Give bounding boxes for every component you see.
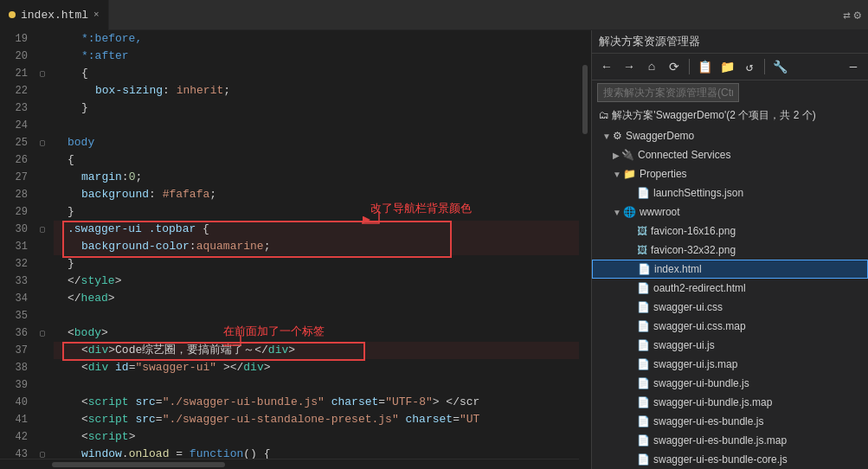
code-line-26: {: [54, 151, 579, 169]
code-line-25: body: [54, 134, 579, 151]
horizontal-scrollbar[interactable]: [0, 459, 579, 469]
tree-item-swaggerbundlemap[interactable]: 📄 swagger-ui-bundle.js.map: [592, 393, 868, 412]
back-button[interactable]: ←: [597, 57, 616, 76]
solution-explorer-panel: 解决方案资源管理器 ← → ⌂ ⟳ 📋 📁 ↺ 🔧 — 🗂 解决方案'Swagg…: [591, 30, 868, 469]
editor-vertical-scrollbar[interactable]: [579, 30, 591, 469]
code-line-24: [54, 117, 579, 134]
icon-swaggerjsmap: 📄: [637, 358, 650, 370]
icon-favicon32: 🖼: [637, 244, 647, 256]
label-favicon32: favicon-32x32.png: [651, 244, 736, 256]
fold-btn-30[interactable]: ▢: [40, 224, 45, 234]
code-line-39: [54, 376, 579, 394]
tab-actions: ⇄ ⚙: [843, 8, 868, 22]
label-swaggeres: swagger-ui-es-bundle.js: [653, 415, 763, 427]
icon-indexhtml: 📄: [638, 263, 651, 275]
search-input[interactable]: [597, 83, 739, 102]
tree-item-wwwroot[interactable]: ▼ 🌐 wwwroot: [592, 202, 868, 222]
code-line-43: window.onload = function() {: [54, 446, 579, 459]
fold-column: ▢ ▢ ▢ ▢: [35, 30, 50, 459]
settings-icon[interactable]: ⚙: [854, 8, 861, 22]
icon-swaggerbundle: 📄: [637, 377, 650, 389]
label-launchsettings: launchSettings.json: [653, 187, 743, 199]
code-line-38: <div id="swagger-ui" ></div>: [54, 359, 579, 376]
code-line-30: .swagger-ui .topbar {: [54, 221, 579, 238]
label-properties: Properties: [640, 168, 687, 180]
code-line-33: </style>: [54, 273, 579, 290]
label-swaggercssmap: swagger-ui.css.map: [653, 320, 746, 332]
code-line-20: *:after: [54, 48, 579, 65]
code-area: 1920212223 2425262728 2930313233 3435363…: [0, 30, 579, 459]
tree-item-favicon16[interactable]: 🖼 favicon-16x16.png: [592, 222, 868, 241]
tree-item-properties[interactable]: ▼ 📁 Properties: [592, 164, 868, 183]
panel-title: 解决方案资源管理器: [592, 30, 868, 54]
panel-title-text: 解决方案资源管理器: [599, 34, 700, 49]
forward-button[interactable]: →: [620, 57, 639, 76]
tree-item-swaggeresmap[interactable]: 📄 swagger-ui-es-bundle.js.map: [592, 431, 868, 450]
tree-item-swaggerjs[interactable]: 📄 swagger-ui.js: [592, 336, 868, 355]
tree-item-oauth2[interactable]: 📄 oauth2-redirect.html: [592, 279, 868, 298]
icon-swaggerjs: 📄: [637, 339, 650, 351]
split-editor-icon[interactable]: ⇄: [843, 8, 850, 22]
label-swaggerescore: swagger-ui-es-bundle-core.js: [653, 453, 788, 466]
fold-btn-21[interactable]: ▢: [40, 68, 45, 79]
h-scrollbar-thumb[interactable]: [52, 462, 225, 467]
tree-item-swaggeres[interactable]: 📄 swagger-ui-es-bundle.js: [592, 412, 868, 431]
code-line-23: }: [54, 100, 579, 117]
tab-filename: index.html: [21, 9, 88, 22]
icon-swaggercssmap: 📄: [637, 320, 650, 332]
code-lines-container: 1920212223 2425262728 2930313233 3435363…: [0, 30, 579, 459]
close-panel-button[interactable]: —: [844, 57, 863, 76]
tree-item-swaggerescore[interactable]: 📄 swagger-ui-es-bundle-core.js: [592, 450, 868, 469]
divider2: [764, 59, 765, 74]
arrow-wwwroot: ▼: [613, 208, 621, 217]
tree-item-connected[interactable]: ▶ 🔌 Connected Services: [592, 145, 868, 164]
fold-btn-36[interactable]: ▢: [40, 328, 45, 338]
tree-item-swaggercssmap[interactable]: 📄 swagger-ui.css.map: [592, 317, 868, 336]
main-content: 1920212223 2425262728 2930313233 3435363…: [0, 30, 868, 469]
code-line-22: box-sizing: inherit;: [54, 82, 579, 100]
icon-properties: 📁: [623, 168, 636, 180]
icon-connected: 🔌: [621, 149, 634, 161]
label-swaggerjs: swagger-ui.js: [653, 339, 715, 351]
home-button[interactable]: ⌂: [642, 57, 661, 76]
code-line-32: }: [54, 255, 579, 273]
label-swaggercss: swagger-ui.css: [653, 301, 723, 313]
arrow-swaggerdemo: ▼: [602, 132, 611, 141]
code-content[interactable]: *:before, *:after { box-sizing: inherit;: [50, 30, 579, 459]
refresh-button[interactable]: ↺: [740, 57, 759, 76]
icon-swaggerbundlemap: 📄: [637, 396, 650, 408]
label-swaggeresmap: swagger-ui-es-bundle.js.map: [653, 434, 787, 447]
tab-index-html[interactable]: index.html ×: [0, 0, 109, 30]
solution-header: 🗂 解决方案'SwaggerDemo'(2 个项目，共 2 个): [592, 105, 868, 126]
label-connected: Connected Services: [638, 149, 730, 161]
fold-btn-25[interactable]: ▢: [40, 138, 45, 148]
tab-close-button[interactable]: ×: [93, 10, 100, 20]
label-swaggerbundle: swagger-ui-bundle.js: [653, 377, 749, 389]
tree-item-swaggerjsmap[interactable]: 📄 swagger-ui.js.map: [592, 355, 868, 374]
sync-button[interactable]: ⟳: [665, 57, 684, 76]
tab-bar: index.html × ⇄ ⚙: [0, 0, 868, 30]
tree-item-indexhtml[interactable]: 📄 index.html: [592, 260, 868, 279]
icon-swaggerdemo: ⚙: [613, 130, 622, 142]
code-line-21: {: [54, 65, 579, 82]
properties-button[interactable]: 📋: [695, 57, 714, 76]
tree-item-swaggerbundle[interactable]: 📄 swagger-ui-bundle.js: [592, 374, 868, 393]
fold-btn-43[interactable]: ▢: [40, 449, 45, 459]
icon-favicon16: 🖼: [637, 225, 647, 237]
code-line-34: </head>: [54, 290, 579, 307]
tree-item-favicon32[interactable]: 🖼 favicon-32x32.png: [592, 241, 868, 260]
label-wwwroot: wwwroot: [640, 206, 680, 218]
panel-toolbar: ← → ⌂ ⟳ 📋 📁 ↺ 🔧 —: [592, 54, 868, 80]
tree-item-swaggerdemo[interactable]: ▼ ⚙ SwaggerDemo: [592, 126, 868, 145]
tree-item-launchsettings[interactable]: 📄 launchSettings.json: [592, 183, 868, 202]
wrench-button[interactable]: 🔧: [770, 57, 789, 76]
scrollbar-thumb[interactable]: [582, 65, 588, 134]
show-all-files-button[interactable]: 📁: [717, 57, 736, 76]
tree-item-swaggercss[interactable]: 📄 swagger-ui.css: [592, 298, 868, 317]
search-container: [592, 80, 868, 105]
line-numbers: 1920212223 2425262728 2930313233 3435363…: [0, 30, 35, 459]
icon-wwwroot: 🌐: [623, 206, 636, 218]
code-line-41: <script src="./swagger-ui-standalone-pre…: [54, 411, 579, 428]
code-line-27: margin:0;: [54, 169, 579, 186]
code-line-35: [54, 307, 579, 324]
